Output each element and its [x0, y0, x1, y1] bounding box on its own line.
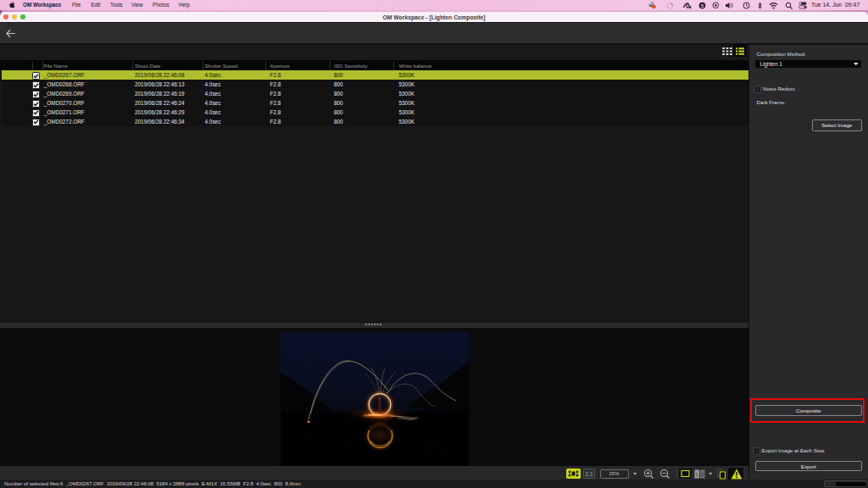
svg-text:S: S	[700, 3, 704, 8]
svg-text:1:1: 1:1	[585, 471, 593, 477]
